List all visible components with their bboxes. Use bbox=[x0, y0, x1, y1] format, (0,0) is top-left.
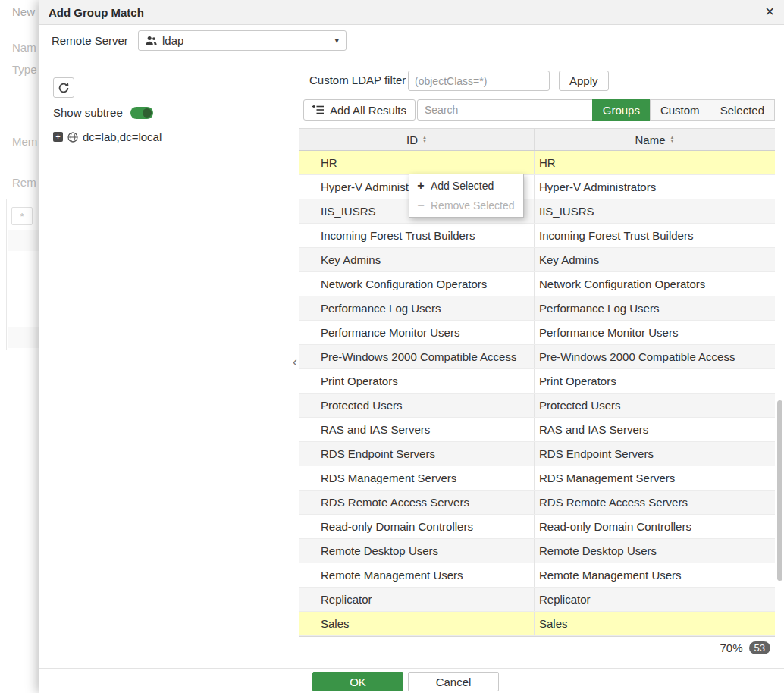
cell-name: Performance Log Users bbox=[535, 296, 775, 320]
cell-name: Remote Management Users bbox=[535, 563, 775, 587]
table-row[interactable]: SalesSales bbox=[299, 612, 775, 636]
show-subtree-toggle[interactable] bbox=[130, 107, 153, 119]
sort-icon: ▲▼ bbox=[670, 136, 675, 143]
cell-id: Read-only Domain Controllers bbox=[299, 515, 535, 538]
expand-icon[interactable]: + bbox=[53, 132, 63, 142]
plus-icon: + bbox=[416, 180, 425, 192]
cell-name: RAS and IAS Servers bbox=[535, 418, 775, 441]
remote-server-value: ldap bbox=[162, 34, 183, 47]
column-header-id[interactable]: ID ▲▼ bbox=[299, 129, 535, 150]
cell-name: IIS_IUSRS bbox=[535, 199, 775, 223]
table-row[interactable]: RDS Endpoint ServersRDS Endpoint Servers bbox=[299, 442, 775, 466]
cell-name: RDS Management Servers bbox=[535, 466, 775, 490]
table-row[interactable]: Remote Desktop UsersRemote Desktop Users bbox=[299, 539, 775, 563]
remote-server-select[interactable]: ldap ▾ bbox=[138, 30, 347, 51]
chevron-down-icon: ▾ bbox=[334, 36, 339, 45]
zoom-level: 70% bbox=[720, 641, 743, 654]
cell-name: Network Configuration Operators bbox=[535, 272, 775, 296]
table-status: 70% 53 bbox=[720, 641, 771, 654]
cell-id: Network Configuration Operators bbox=[299, 272, 535, 296]
ldap-filter-input[interactable] bbox=[408, 71, 550, 91]
tab-custom[interactable]: Custom bbox=[650, 99, 710, 121]
result-count-badge: 53 bbox=[749, 641, 770, 654]
dialog-title: Add Group Match bbox=[49, 6, 144, 19]
menu-item-add-selected[interactable]: +Add Selected bbox=[409, 176, 523, 196]
scrollbar[interactable] bbox=[777, 400, 782, 581]
tree-node-root[interactable]: + dc=lab,dc=local bbox=[53, 130, 162, 143]
cell-name: Protected Users bbox=[535, 394, 775, 417]
column-header-name[interactable]: Name ▲▼ bbox=[535, 129, 775, 150]
tab-groups[interactable]: Groups bbox=[592, 99, 651, 121]
cell-id: Remote Desktop Users bbox=[299, 539, 535, 563]
dialog-header: Add Group Match ✕ bbox=[39, 0, 784, 25]
table-row[interactable]: Performance Monitor UsersPerformance Mon… bbox=[299, 321, 775, 345]
cell-id: Replicator bbox=[299, 588, 535, 611]
menu-item-remove-selected: −Remove Selected bbox=[409, 196, 523, 215]
apply-button[interactable]: Apply bbox=[559, 71, 609, 91]
cell-id: Performance Log Users bbox=[299, 296, 535, 320]
refresh-icon bbox=[58, 82, 70, 94]
table-body: HRHRHyper-V AdministratorsHyper-V Admini… bbox=[299, 151, 775, 637]
table-row[interactable]: ReplicatorReplicator bbox=[299, 588, 775, 612]
cell-id: Sales bbox=[299, 612, 535, 635]
table-row[interactable]: RAS and IAS ServersRAS and IAS Servers bbox=[299, 418, 775, 442]
search-input[interactable] bbox=[418, 100, 589, 120]
cell-id: Pre-Windows 2000 Compatible Access bbox=[299, 345, 535, 368]
ok-button[interactable]: OK bbox=[312, 672, 403, 691]
table-row[interactable]: Incoming Forest Trust BuildersIncoming F… bbox=[299, 224, 775, 248]
cell-name: HR bbox=[535, 151, 775, 174]
table-row[interactable]: HRHR bbox=[299, 151, 775, 175]
column-header-id-label: ID bbox=[406, 133, 418, 146]
cell-id: RAS and IAS Servers bbox=[299, 418, 535, 441]
cell-name: Remote Desktop Users bbox=[535, 539, 775, 563]
close-icon[interactable]: ✕ bbox=[765, 6, 775, 18]
cancel-button[interactable]: Cancel bbox=[408, 672, 499, 691]
tab-selected[interactable]: Selected bbox=[710, 99, 775, 121]
add-all-results-button[interactable]: Add All Results bbox=[303, 99, 416, 121]
search-box bbox=[417, 99, 613, 121]
table-row[interactable]: Protected UsersProtected Users bbox=[299, 394, 775, 418]
table-row[interactable]: Network Configuration OperatorsNetwork C… bbox=[299, 272, 775, 296]
cell-id: Protected Users bbox=[299, 394, 535, 417]
table-row[interactable]: Remote Management UsersRemote Management… bbox=[299, 563, 775, 588]
minus-icon: − bbox=[416, 199, 425, 212]
cell-id: Remote Management Users bbox=[299, 563, 535, 587]
table-row[interactable]: Key AdminsKey Admins bbox=[299, 248, 775, 272]
sort-icon: ▲▼ bbox=[422, 136, 427, 143]
panel-splitter[interactable]: ‹ bbox=[293, 67, 299, 667]
remote-server-label: Remote Server bbox=[52, 34, 128, 47]
view-tabs: GroupsCustomSelected bbox=[593, 99, 775, 121]
table-header: ID ▲▼ Name ▲▼ bbox=[299, 128, 775, 151]
add-list-icon bbox=[312, 105, 325, 115]
cell-id: RDS Management Servers bbox=[299, 466, 535, 490]
cell-id: Key Admins bbox=[299, 248, 535, 271]
cell-id: Incoming Forest Trust Builders bbox=[299, 224, 535, 247]
tree-node-label: dc=lab,dc=local bbox=[83, 130, 162, 143]
cell-name: Incoming Forest Trust Builders bbox=[535, 224, 775, 247]
cell-name: Pre-Windows 2000 Compatible Access bbox=[535, 345, 775, 368]
table-row[interactable]: Performance Log UsersPerformance Log Use… bbox=[299, 296, 775, 321]
cell-name: Print Operators bbox=[535, 369, 775, 393]
table-row[interactable]: Pre-Windows 2000 Compatible AccessPre-Wi… bbox=[299, 345, 775, 369]
table-row[interactable]: RDS Remote Access ServersRDS Remote Acce… bbox=[299, 491, 775, 515]
cell-id: RDS Remote Access Servers bbox=[299, 491, 535, 514]
table-row[interactable]: Read-only Domain ControllersRead-only Do… bbox=[299, 515, 775, 539]
cell-name: Replicator bbox=[535, 588, 775, 611]
collapse-panel-icon[interactable]: ‹ bbox=[293, 355, 297, 368]
cell-name: Performance Monitor Users bbox=[535, 321, 775, 344]
refresh-button[interactable] bbox=[53, 77, 74, 98]
table-row[interactable]: RDS Management ServersRDS Management Ser… bbox=[299, 466, 775, 491]
results-panel: Custom LDAP filter Apply Add All Results… bbox=[299, 67, 775, 667]
cell-name: Read-only Domain Controllers bbox=[535, 515, 775, 538]
table-row[interactable]: Hyper-V AdministratorsHyper-V Administra… bbox=[299, 175, 775, 199]
cell-name: RDS Endpoint Servers bbox=[535, 442, 775, 466]
menu-item-label: Remove Selected bbox=[431, 199, 515, 212]
cell-name: Key Admins bbox=[535, 248, 775, 271]
menu-item-label: Add Selected bbox=[431, 180, 494, 192]
dialog-footer: OK Cancel bbox=[39, 668, 784, 693]
table-row[interactable]: Print OperatorsPrint Operators bbox=[299, 369, 775, 394]
table-row[interactable]: IIS_IUSRSIIS_IUSRS bbox=[299, 199, 775, 224]
cell-id: Print Operators bbox=[299, 369, 535, 393]
show-subtree-row: Show subtree bbox=[53, 106, 153, 119]
custom-ldap-filter-label: Custom LDAP filter bbox=[309, 74, 406, 86]
